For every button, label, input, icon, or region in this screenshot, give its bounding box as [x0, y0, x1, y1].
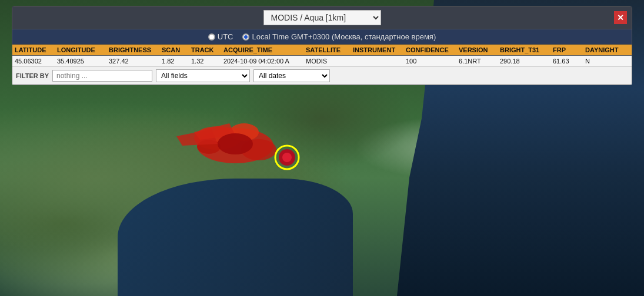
- local-radio-label[interactable]: Local Time GMT+0300 (Москва, стандартное…: [242, 32, 436, 41]
- main-panel: MODIS / Aqua [1km]MODIS / Terra [1km]VII…: [12, 6, 632, 85]
- col-brightness: BRIGHTNESS: [106, 45, 159, 55]
- cell-latitude: 45.06302: [12, 56, 55, 66]
- cell-satellite: MODIS: [303, 56, 351, 66]
- cell-track: 1.32: [189, 56, 221, 66]
- table-header: LATITUDE LONGITUDE BRIGHTNESS SCAN TRACK…: [12, 45, 632, 56]
- cell-bright-t31: 290.18: [498, 56, 550, 66]
- local-label: Local Time GMT+0300 (Москва, стандартное…: [252, 32, 436, 41]
- cell-version: 6.1NRT: [456, 56, 498, 66]
- col-track: TRACK: [189, 45, 221, 55]
- col-longitude: LONGITUDE: [55, 45, 106, 55]
- utc-radio[interactable]: [208, 33, 215, 41]
- cell-longitude: 35.40925: [55, 56, 106, 66]
- col-latitude: LATITUDE: [12, 45, 55, 55]
- local-radio[interactable]: [242, 33, 249, 41]
- utc-radio-label[interactable]: UTC: [208, 32, 233, 41]
- col-frp: FRP: [550, 45, 583, 55]
- cell-daynight: N: [583, 56, 630, 66]
- table-row[interactable]: 45.06302 35.40925 327.42 1.82 1.32 2024-…: [12, 56, 632, 67]
- col-bright-t31: BRIGHT_T31: [498, 45, 550, 55]
- cell-instrument: [351, 56, 403, 66]
- col-acquire-time: ACQUIRE_TIME: [221, 45, 303, 55]
- cell-scan: 1.82: [159, 56, 189, 66]
- filter-text-input[interactable]: [52, 70, 152, 82]
- title-bar: MODIS / Aqua [1km]MODIS / Terra [1km]VII…: [12, 6, 632, 29]
- satellite-dropdown[interactable]: MODIS / Aqua [1km]MODIS / Terra [1km]VII…: [263, 10, 381, 25]
- filter-fields-select[interactable]: All fieldsLATITUDELONGITUDEBRIGHTNESSCON…: [156, 69, 250, 82]
- col-scan: SCAN: [159, 45, 189, 55]
- cell-frp: 61.63: [550, 56, 583, 66]
- filter-label: FILTER BY: [16, 72, 49, 79]
- col-version: VERSION: [456, 45, 498, 55]
- close-button[interactable]: ✕: [614, 11, 627, 24]
- cell-brightness: 327.42: [106, 56, 159, 66]
- col-satellite: SATELLITE: [303, 45, 351, 55]
- col-instrument: INSTRUMENT: [351, 45, 403, 55]
- filter-dates-select[interactable]: All datesTodayLast 7 daysLast 30 days: [253, 69, 330, 82]
- col-confidence: CONFIDENCE: [403, 45, 456, 55]
- cell-confidence: 100: [403, 56, 456, 66]
- timezone-row: UTC Local Time GMT+0300 (Москва, стандар…: [12, 29, 632, 45]
- col-daynight: DAYNIGHT: [583, 45, 630, 55]
- cell-acquire-time: 2024-10-09 04:02:00 A: [221, 56, 303, 66]
- filter-row: FILTER BY All fieldsLATITUDELONGITUDEBRI…: [12, 67, 632, 85]
- utc-label: UTC: [218, 32, 233, 41]
- bay-layer: [118, 179, 353, 296]
